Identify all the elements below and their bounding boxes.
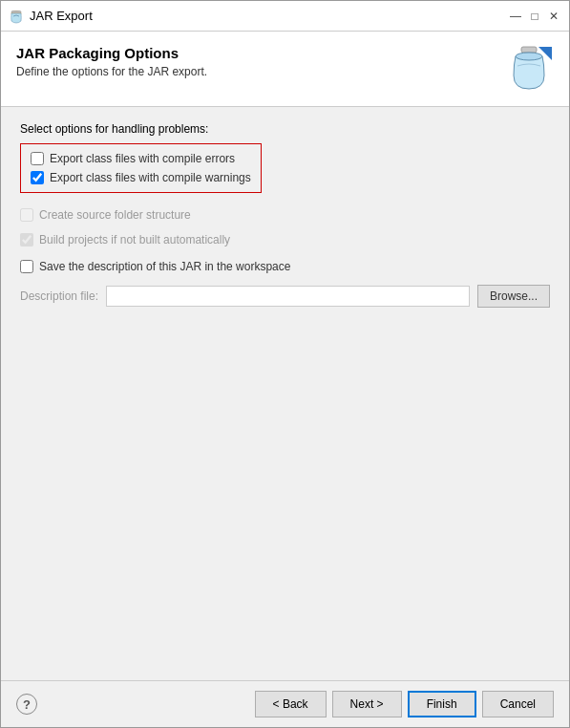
- header-jar-icon: [504, 45, 554, 95]
- page-subtitle: Define the options for the JAR export.: [16, 65, 207, 78]
- save-description-checkbox[interactable]: [20, 260, 33, 273]
- jar-title-icon: [9, 9, 24, 24]
- footer-right: < Back Next > Finish Cancel: [255, 691, 554, 717]
- description-file-row: Description file: Browse...: [20, 285, 550, 308]
- title-bar-left: JAR Export: [9, 9, 93, 24]
- svg-point-3: [516, 53, 542, 60]
- content-area: Select options for handling problems: Ex…: [1, 107, 569, 680]
- header-text: JAR Packaging Options Define the options…: [16, 45, 207, 78]
- back-button[interactable]: < Back: [255, 691, 327, 717]
- build-projects-checkbox: [20, 233, 33, 246]
- compile-errors-checkbox[interactable]: [31, 152, 44, 165]
- window-title: JAR Export: [30, 9, 93, 23]
- page-title: JAR Packaging Options: [16, 45, 207, 61]
- title-bar-controls: — □ ✕: [508, 9, 561, 24]
- svg-rect-2: [521, 47, 537, 53]
- build-projects-row: Build projects if not built automaticall…: [20, 233, 550, 246]
- header-section: JAR Packaging Options Define the options…: [1, 32, 569, 107]
- help-button[interactable]: ?: [16, 694, 37, 715]
- svg-rect-1: [11, 11, 21, 12]
- jar-icon-svg: [506, 45, 552, 95]
- save-description-row[interactable]: Save the description of this JAR in the …: [20, 260, 550, 273]
- title-bar: JAR Export — □ ✕: [1, 1, 569, 32]
- browse-button[interactable]: Browse...: [477, 285, 550, 308]
- close-button[interactable]: ✕: [546, 9, 561, 24]
- cancel-button[interactable]: Cancel: [482, 691, 554, 717]
- minimize-button[interactable]: —: [508, 9, 523, 24]
- finish-button[interactable]: Finish: [408, 691, 476, 717]
- compile-errors-row[interactable]: Export class files with compile errors: [31, 152, 251, 165]
- source-folder-row: Create source folder structure: [20, 208, 550, 222]
- jar-export-window: JAR Export — □ ✕ JAR Packaging Options D…: [0, 0, 570, 728]
- next-button[interactable]: Next >: [332, 691, 402, 717]
- maximize-button[interactable]: □: [527, 9, 542, 24]
- problems-section-label: Select options for handling problems:: [20, 122, 550, 136]
- compile-warnings-row[interactable]: Export class files with compile warnings: [31, 171, 251, 184]
- source-folder-checkbox: [20, 208, 33, 222]
- footer-left: ?: [16, 694, 37, 715]
- save-description-label: Save the description of this JAR in the …: [39, 260, 290, 273]
- footer: ? < Back Next > Finish Cancel: [1, 680, 569, 727]
- description-file-input[interactable]: [106, 286, 470, 307]
- description-file-label: Description file:: [20, 289, 98, 303]
- compile-warnings-checkbox[interactable]: [31, 171, 44, 184]
- compile-errors-label: Export class files with compile errors: [50, 152, 235, 165]
- build-projects-label: Build projects if not built automaticall…: [39, 233, 230, 246]
- source-folder-label: Create source folder structure: [39, 208, 191, 222]
- compile-warnings-label: Export class files with compile warnings: [50, 171, 251, 184]
- problems-box: Export class files with compile errors E…: [20, 143, 262, 193]
